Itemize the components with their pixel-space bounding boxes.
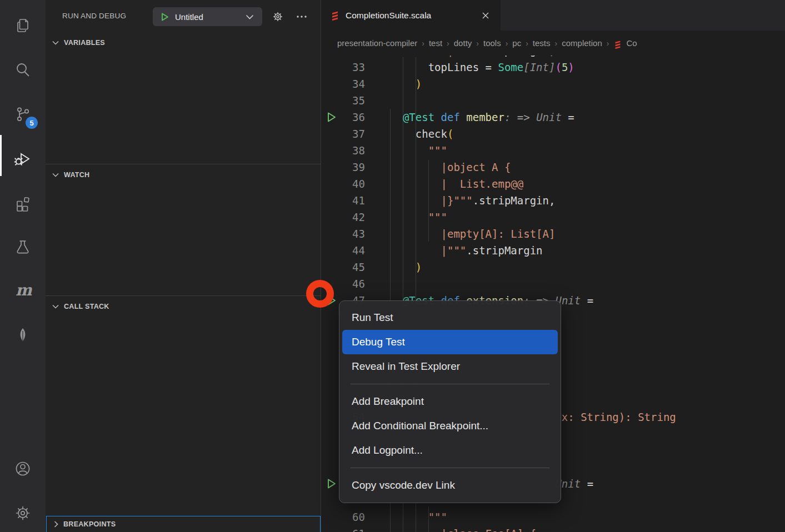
code-text: """ [390,209,447,225]
code-line[interactable]: 34 ) [321,76,785,92]
code-line[interactable]: 46 [321,275,785,292]
mongodb-icon[interactable] [0,314,46,357]
line-number: 38 [321,142,365,159]
extensions-icon[interactable] [0,182,46,224]
code-line[interactable]: 42 """ [321,209,785,225]
scala-file-icon [330,11,340,21]
menu-item-copy-vscode-dev-link[interactable]: Copy vscode.dev Link [342,473,558,498]
code-text: | List.emp@@ [390,175,523,192]
more-actions-icon[interactable] [292,7,312,26]
line-number: 46 [321,275,365,292]
section-watch[interactable]: WATCH [46,167,321,183]
section-label: BREAKPOINTS [63,520,116,528]
menu-item-reveal-in-test-explorer[interactable]: Reveal in Test Explorer [342,354,558,379]
breadcrumb-item[interactable]: tests [533,38,551,48]
menu-item-add-conditional-breakpoint[interactable]: Add Conditional Breakpoint... [342,414,558,438]
code-line[interactable]: 60 """ [321,509,785,525]
line-number: 35 [321,92,365,109]
accounts-icon[interactable] [0,448,46,490]
menu-item-add-breakpoint[interactable]: Add Breakpoint [342,389,558,414]
launch-config-dropdown[interactable]: Untitled [153,7,262,26]
breadcrumb-separator: › [506,39,508,48]
code-text: check( [390,126,453,142]
tab-close-icon[interactable] [479,9,492,22]
search-icon[interactable] [0,49,46,91]
code-text: |}""".stripMargin, [390,192,555,209]
section-divider[interactable] [46,295,321,296]
code-text: """ [390,509,447,525]
breadcrumb-item[interactable]: completion [562,38,602,48]
debug-settings-gear-icon[interactable] [268,7,288,26]
code-line[interactable]: 33 topLines = Some[Int](5) [321,59,785,76]
breadcrumb-item[interactable]: tools [483,38,501,48]
run-debug-sidebar: RUN AND DEBUG Untitled VARIABLES WATCH C… [46,0,321,532]
code-text: |object A { [390,159,511,175]
code-line[interactable]: 41 |}""".stripMargin, [321,192,785,209]
vscode-window: { "activity_bar": { "source_control_badg… [0,0,785,532]
code-line[interactable]: 44 |""".stripMargin [321,242,785,259]
explorer-icon[interactable] [0,4,46,47]
menu-separator [351,468,549,468]
breadcrumb-item[interactable]: presentation-compiler [337,38,417,48]
code-line[interactable]: 45 ) [321,259,785,275]
menu-separator [351,384,549,384]
line-number: 41 [321,192,365,209]
chevron-down-icon [52,41,59,45]
breadcrumb-item[interactable]: pc [512,38,521,48]
code-line[interactable]: 40 | List.emp@@ [321,175,785,192]
breadcrumb-separator: › [447,39,449,48]
section-label: WATCH [64,171,89,179]
code-text: ) [390,76,422,92]
svg-text:m: m [16,281,32,299]
code-line[interactable]: 43 |empty[A]: List[A] [321,225,785,242]
menu-item-debug-test[interactable]: Debug Test [342,330,558,354]
section-variables[interactable]: VARIABLES [46,34,321,51]
code-line[interactable]: 36 @Test def member: => Unit = [321,109,785,126]
code-text: |""".stripMargin [390,242,543,259]
testing-icon[interactable] [0,225,46,268]
chevron-down-icon [246,14,254,19]
section-divider[interactable] [46,164,321,164]
code-line[interactable]: 38 """ [321,142,785,159]
code-text: @Test def member: => Unit = [390,109,574,126]
run-test-gutter-icon[interactable] [324,477,338,490]
breadcrumb-separator: › [422,39,424,48]
code-line[interactable]: 61 |class Foo[A] { [321,525,785,532]
code-text: |class Foo[A] { [390,525,536,532]
line-number: 42 [321,209,365,225]
tab-completionsuite[interactable]: CompletionSuite.scala [321,0,501,31]
breadcrumb-separator: › [476,39,479,48]
menu-item-run-test[interactable]: Run Test [342,305,558,330]
breadcrumb-separator: › [526,39,528,48]
source-control-icon[interactable]: 5 [0,93,46,135]
line-number: 44 [321,242,365,259]
breadcrumb-item[interactable]: dotty [454,38,472,48]
tab-title: CompletionSuite.scala [346,11,479,21]
launch-config-label: Untitled [175,12,246,22]
metals-icon[interactable]: m [0,270,46,312]
chevron-right-icon [54,521,58,528]
start-debug-icon[interactable] [160,12,169,22]
line-number: 33 [321,59,365,76]
activity-bar: 5 m [0,0,46,532]
code-line[interactable]: 39 |object A { [321,159,785,175]
run-and-debug-icon[interactable] [0,138,46,180]
line-number: 34 [321,76,365,92]
breadcrumb-item[interactable]: Co [626,38,637,48]
code-line[interactable]: 35 [321,92,785,109]
menu-item-add-logpoint[interactable]: Add Logpoint... [342,438,558,463]
source-control-badge: 5 [26,117,38,129]
run-test-gutter-icon[interactable] [324,111,338,124]
section-breakpoints[interactable]: BREAKPOINTS [46,516,321,532]
code-line[interactable]: 37 check( [321,126,785,142]
settings-gear-icon[interactable] [0,492,46,532]
chevron-down-icon [52,173,59,177]
scala-file-icon [613,40,622,49]
code-text: ) [390,259,422,275]
tab-strip: CompletionSuite.scala [321,0,785,31]
run-test-gutter-icon[interactable] [324,294,338,307]
section-call-stack[interactable]: CALL STACK [46,298,321,315]
breadcrumb-item[interactable]: test [429,38,442,48]
breadcrumb-separator: › [607,39,609,48]
line-number: 45 [321,259,365,275]
